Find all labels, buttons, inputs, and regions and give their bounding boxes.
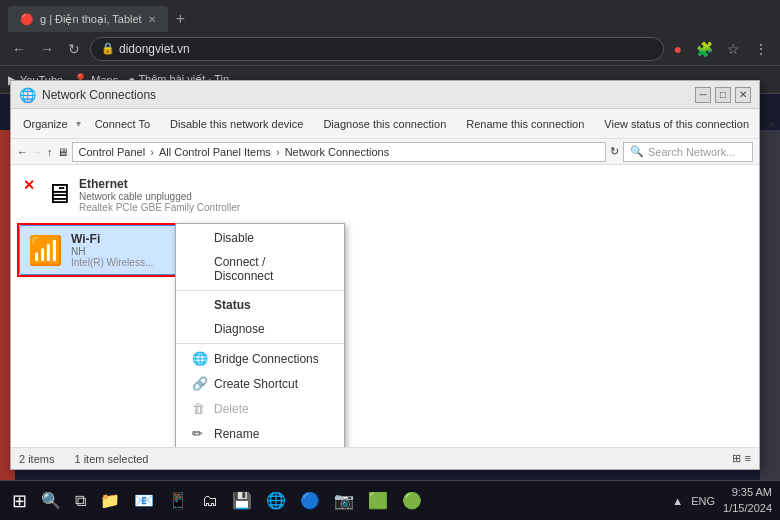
address-breadcrumb[interactable]: Control Panel › All Control Panel Items … bbox=[72, 142, 607, 162]
diagnose-btn[interactable]: Diagnose this connection bbox=[317, 116, 452, 132]
window-icon: 🌐 bbox=[19, 87, 36, 103]
back-btn[interactable]: ← bbox=[8, 39, 30, 59]
new-tab-btn[interactable]: + bbox=[168, 6, 193, 32]
taskbar-ps[interactable]: 🟩 bbox=[364, 491, 392, 510]
ctx-rename[interactable]: ✏ Rename bbox=[176, 421, 344, 446]
connect-to-btn[interactable]: Connect To bbox=[89, 116, 156, 132]
rename-icon: ✏ bbox=[192, 426, 208, 441]
ctx-delete: 🗑 Delete bbox=[176, 396, 344, 421]
shortcut-icon: 🔗 bbox=[192, 376, 208, 391]
taskbar-explorer[interactable]: 📁 bbox=[96, 491, 124, 510]
taskbar-clock[interactable]: 9:35 AM 1/15/2024 bbox=[723, 485, 772, 516]
organize-btn[interactable]: Organize bbox=[17, 116, 74, 132]
lock-icon: 🔒 bbox=[101, 42, 115, 55]
ctx-shortcut-label: Create Shortcut bbox=[214, 377, 298, 391]
extensions-icon[interactable]: 🧩 bbox=[692, 39, 717, 59]
profile-icon[interactable]: ● bbox=[670, 39, 686, 59]
ctx-status-label: Status bbox=[214, 298, 251, 312]
view-status-btn[interactable]: View status of this connection bbox=[598, 116, 755, 132]
disable-btn[interactable]: Disable this network device bbox=[164, 116, 309, 132]
ctx-shortcut[interactable]: 🔗 Create Shortcut bbox=[176, 371, 344, 396]
bookmark-icon[interactable]: ☆ bbox=[723, 39, 744, 59]
taskbar-files[interactable]: 🗂 bbox=[198, 492, 222, 510]
ctx-delete-label: Delete bbox=[214, 402, 249, 416]
minimize-btn[interactable]: ─ bbox=[695, 87, 711, 103]
window-controls: ─ □ ✕ bbox=[695, 87, 751, 103]
rename-btn[interactable]: Rename this connection bbox=[460, 116, 590, 132]
ctx-connect[interactable]: Connect / Disconnect bbox=[176, 250, 344, 288]
clock-date: 1/15/2024 bbox=[723, 501, 772, 516]
ctx-bridge-label: Bridge Connections bbox=[214, 352, 319, 366]
address-input[interactable]: 🔒 didongviet.vn bbox=[90, 37, 664, 61]
all-cp-link: All Control Panel Items bbox=[159, 146, 271, 158]
ctx-bridge[interactable]: 🌐 Bridge Connections bbox=[176, 346, 344, 371]
error-icon: ✕ bbox=[23, 177, 35, 193]
delete-icon: 🗑 bbox=[192, 401, 208, 416]
tab-favicon: 🔴 bbox=[20, 13, 34, 26]
ctx-sep-1 bbox=[176, 290, 344, 291]
network-connections-window: 🌐 Network Connections ─ □ ✕ Organize ▾ C… bbox=[10, 80, 760, 470]
breadcrumb-icon: 🖥 bbox=[57, 146, 68, 158]
status-grid-icon[interactable]: ⊞ bbox=[732, 452, 741, 465]
window-content: ✕ 🖥 Ethernet Network cable unplugged Rea… bbox=[11, 165, 759, 447]
items-count: 2 items bbox=[19, 453, 54, 465]
tray-lang[interactable]: ENG bbox=[691, 495, 715, 507]
more-btn[interactable]: » bbox=[763, 116, 780, 132]
status-list-icon[interactable]: ≡ bbox=[745, 452, 751, 465]
ethernet-item[interactable]: ✕ 🖥 Ethernet Network cable unplugged Rea… bbox=[19, 173, 751, 217]
wifi-item[interactable]: 📶 Wi-Fi NH Intel(R) Wireless... bbox=[19, 225, 179, 275]
bridge-icon: 🌐 bbox=[192, 351, 208, 366]
ctx-status[interactable]: Status bbox=[176, 293, 344, 317]
nav-back-icon[interactable]: ← bbox=[17, 146, 28, 158]
window-title-bar: 🌐 Network Connections ─ □ ✕ bbox=[11, 81, 759, 109]
forward-btn[interactable]: → bbox=[36, 39, 58, 59]
net-conn-link: Network Connections bbox=[285, 146, 390, 158]
clock-time: 9:35 AM bbox=[723, 485, 772, 500]
search-icon: 🔍 bbox=[630, 145, 644, 158]
ethernet-adapter: Realtek PCIe GBE Family Controller bbox=[79, 202, 240, 213]
start-button[interactable]: ⊞ bbox=[8, 490, 31, 512]
close-btn[interactable]: ✕ bbox=[735, 87, 751, 103]
wifi-info: Wi-Fi NH Intel(R) Wireless... bbox=[71, 232, 153, 268]
ethernet-icon: 🖥 bbox=[45, 177, 73, 210]
tab-close-btn[interactable]: ✕ bbox=[148, 14, 156, 25]
refresh-btn[interactable]: ↻ bbox=[64, 39, 84, 59]
tab-bar: 🔴 g | Điện thoại, Tablet ✕ + bbox=[0, 0, 780, 32]
window-title: Network Connections bbox=[42, 88, 689, 102]
wifi-adapter: Intel(R) Wireless... bbox=[71, 257, 153, 268]
address-text: didongviet.vn bbox=[119, 42, 190, 56]
selected-count: 1 item selected bbox=[74, 453, 148, 465]
taskbar: ⊞ 🔍 ⧉ 📁 📧 📱 🗂 💾 🌐 🔵 📷 🟩 🟢 ▲ ENG 9:35 AM … bbox=[0, 480, 780, 520]
search-placeholder: Search Network... bbox=[648, 146, 735, 158]
window-body: ✕ 🖥 Ethernet Network cable unplugged Rea… bbox=[11, 165, 759, 447]
taskbar-chrome[interactable]: 🔵 bbox=[296, 491, 324, 510]
taskbar-browser[interactable]: 🌐 bbox=[262, 491, 290, 510]
search-box[interactable]: 🔍 Search Network... bbox=[623, 142, 753, 162]
taskbar-save[interactable]: 💾 bbox=[228, 491, 256, 510]
ethernet-desc: Network cable unplugged bbox=[79, 191, 240, 202]
taskbar-mobile[interactable]: 📱 bbox=[164, 491, 192, 510]
taskbar-search[interactable]: 🔍 bbox=[37, 491, 65, 510]
ctx-disable[interactable]: Disable bbox=[176, 226, 344, 250]
ctx-diagnose[interactable]: Diagnose bbox=[176, 317, 344, 341]
taskbar-app[interactable]: 🟢 bbox=[398, 491, 426, 510]
taskbar-task-view[interactable]: ⧉ bbox=[71, 492, 90, 510]
taskbar-camera[interactable]: 📷 bbox=[330, 491, 358, 510]
nav-up-icon[interactable]: ↑ bbox=[47, 146, 53, 158]
menu-icon[interactable]: ⋮ bbox=[750, 39, 772, 59]
taskbar-right: ▲ ENG 9:35 AM 1/15/2024 bbox=[672, 485, 772, 516]
refresh-addr-icon[interactable]: ↻ bbox=[610, 145, 619, 158]
window-toolbar: Organize ▾ Connect To Disable this netwo… bbox=[11, 109, 759, 139]
maximize-btn[interactable]: □ bbox=[715, 87, 731, 103]
breadcrumb-text: Control Panel › All Control Panel Items … bbox=[79, 146, 390, 158]
nav-forward-icon[interactable]: → bbox=[32, 146, 43, 158]
wifi-icon: 📶 bbox=[28, 234, 63, 267]
tray-up-icon[interactable]: ▲ bbox=[672, 495, 683, 507]
active-tab[interactable]: 🔴 g | Điện thoại, Tablet ✕ bbox=[8, 6, 168, 32]
tab-title: g | Điện thoại, Tablet bbox=[40, 13, 142, 26]
status-bar: 2 items 1 item selected ⊞ ≡ bbox=[11, 447, 759, 469]
cp-link: Control Panel bbox=[79, 146, 146, 158]
ctx-rename-label: Rename bbox=[214, 427, 259, 441]
status-view-icons: ⊞ ≡ bbox=[732, 452, 751, 465]
taskbar-email[interactable]: 📧 bbox=[130, 491, 158, 510]
